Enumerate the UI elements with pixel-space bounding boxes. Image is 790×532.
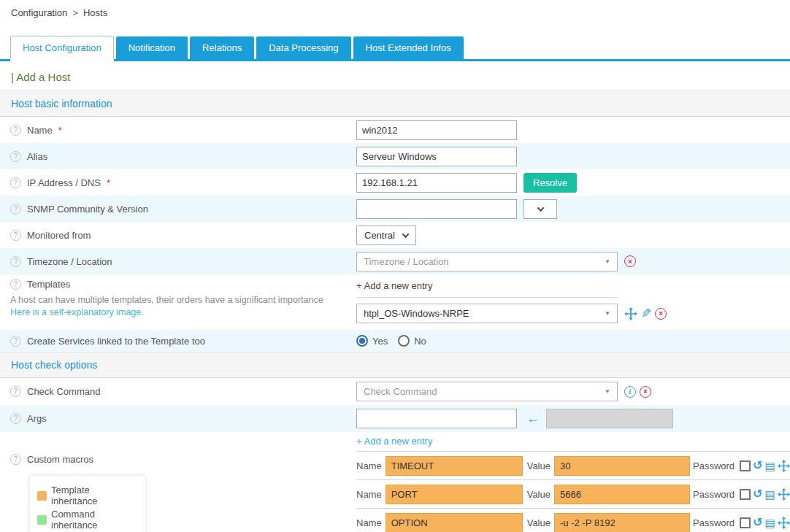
monitored-from-select[interactable]: Central	[356, 225, 416, 245]
info-icon[interactable]: i	[624, 386, 636, 398]
help-icon[interactable]: ?	[10, 256, 21, 267]
macro-value-input[interactable]	[554, 485, 690, 504]
macros-add-entry[interactable]: + Add a new entry	[356, 432, 790, 451]
macro-value-label: Value	[527, 489, 551, 500]
alias-input[interactable]	[356, 147, 517, 166]
tab-relations[interactable]: Relations	[190, 36, 254, 59]
radio-yes-label: Yes	[372, 336, 388, 347]
snmp-label: SNMP Community & Version	[27, 204, 148, 215]
legend-command-inheritance: Command inheritance	[37, 509, 138, 531]
clear-timezone-icon[interactable]: ×	[624, 255, 636, 267]
macro-row: Name Value Password ↺ ▤ ×	[356, 508, 790, 532]
row-name: ? Name *	[0, 117, 790, 143]
macro-value-input[interactable]	[554, 456, 690, 476]
password-checkbox[interactable]	[740, 489, 751, 500]
timezone-select[interactable]: Timezone / Location ▼	[356, 252, 618, 271]
breadcrumb-configuration[interactable]: Configuration	[11, 7, 67, 18]
chevron-down-icon	[537, 204, 544, 212]
tab-data-processing[interactable]: Data Processing	[256, 36, 350, 59]
row-timezone: ? Timezone / Location Timezone / Locatio…	[0, 248, 790, 274]
help-icon[interactable]: ?	[10, 413, 21, 424]
help-icon[interactable]: ?	[10, 204, 21, 215]
remove-template-icon[interactable]: ×	[655, 308, 667, 320]
macro-value-label: Value	[527, 517, 551, 528]
tab-host-extended-infos[interactable]: Host Extended Infos	[353, 36, 464, 59]
description-icon[interactable]: ▤	[764, 517, 775, 528]
macro-row: Name Value Password ↺ ▤ ×	[356, 451, 790, 479]
snmp-version-select[interactable]	[524, 199, 557, 219]
required-asterisk: *	[58, 125, 62, 136]
breadcrumb: Configuration>Hosts	[0, 0, 790, 18]
radio-yes[interactable]	[356, 335, 368, 347]
move-icon[interactable]	[778, 460, 790, 472]
description-icon[interactable]: ▤	[764, 460, 775, 471]
password-checkbox[interactable]	[740, 517, 751, 528]
row-create-services: ? Create Services linked to the Template…	[0, 330, 790, 352]
template-select[interactable]: htpl_OS-Windows-NRPE ▼	[356, 304, 618, 323]
alias-label: Alias	[27, 151, 47, 162]
help-icon[interactable]: ?	[10, 177, 21, 188]
templates-add-entry[interactable]: + Add a new entry	[356, 279, 618, 298]
password-checkbox[interactable]	[740, 460, 751, 471]
move-icon[interactable]	[778, 517, 790, 529]
templates-help-text: A host can have multiple templates, thei…	[10, 295, 356, 305]
templates-help-link[interactable]: Here is a self-explanatory image.	[10, 307, 144, 317]
ip-address-input[interactable]	[356, 173, 517, 193]
macro-name-input[interactable]	[386, 513, 523, 532]
section-host-basic-information: Host basic information	[0, 90, 790, 117]
check-command-select[interactable]: Check Command ▼	[356, 382, 618, 401]
snmp-community-input[interactable]	[356, 199, 517, 219]
dropdown-arrow-icon: ▼	[605, 388, 610, 395]
row-alias: ? Alias	[0, 143, 790, 169]
resolve-button[interactable]: Resolve	[524, 173, 577, 193]
help-icon[interactable]: ?	[10, 125, 21, 136]
macro-value-input[interactable]	[554, 513, 690, 532]
legend-template-inheritance: Template inheritance	[37, 485, 138, 506]
monitored-from-label: Monitored from	[27, 230, 91, 241]
help-icon[interactable]: ?	[10, 454, 21, 465]
dropdown-arrow-icon: ▼	[605, 258, 610, 265]
args-input[interactable]	[356, 409, 517, 428]
macro-name-input[interactable]	[386, 456, 523, 476]
radio-no[interactable]	[398, 335, 410, 347]
command-inheritance-swatch	[37, 515, 47, 525]
ip-address-label: IP Address / DNS	[27, 177, 101, 188]
row-monitored-from: ? Monitored from Central	[0, 222, 790, 248]
monitored-from-value: Central	[364, 230, 395, 241]
template-select-value: htpl_OS-Windows-NRPE	[364, 308, 469, 319]
edit-pencil-icon[interactable]: ✎	[641, 307, 651, 320]
undo-icon[interactable]: ↺	[753, 488, 762, 500]
check-command-placeholder: Check Command	[364, 386, 437, 397]
undo-icon[interactable]: ↺	[753, 517, 762, 528]
description-icon[interactable]: ▤	[764, 489, 775, 500]
clear-check-command-icon[interactable]: ×	[640, 386, 651, 398]
row-templates: ? Templates A host can have multiple tem…	[0, 274, 790, 330]
row-ip-address: ? IP Address / DNS * Resolve	[0, 169, 790, 196]
tab-notification[interactable]: Notification	[116, 36, 188, 59]
args-disabled-field	[546, 409, 673, 428]
macro-legend: Template inheritance Command inheritance	[29, 475, 146, 532]
custom-macros-block: ? Custom macros Template inheritance Com…	[0, 432, 790, 532]
required-asterisk: *	[107, 177, 110, 188]
move-icon[interactable]	[624, 307, 637, 320]
help-icon[interactable]: ?	[10, 386, 21, 397]
undo-icon[interactable]: ↺	[753, 460, 762, 471]
breadcrumb-separator: >	[72, 7, 78, 18]
template-inheritance-swatch	[37, 491, 47, 501]
name-label: Name	[27, 125, 53, 136]
create-services-label: Create Services linked to the Template t…	[27, 336, 205, 347]
help-icon[interactable]: ?	[10, 336, 21, 347]
help-icon[interactable]: ?	[10, 279, 21, 290]
macro-row: Name Value Password ↺ ▤ ×	[356, 479, 790, 508]
breadcrumb-hosts[interactable]: Hosts	[83, 7, 107, 18]
help-icon[interactable]: ?	[10, 151, 21, 162]
macro-password-label: Password	[693, 460, 735, 471]
move-icon[interactable]	[778, 488, 790, 501]
macro-name-input[interactable]	[386, 485, 523, 504]
legend-label: Command inheritance	[51, 509, 138, 531]
tab-host-configuration[interactable]: Host Configuration	[10, 36, 114, 59]
row-check-command: ? Check Command Check Command ▼ i ×	[0, 378, 790, 405]
help-icon[interactable]: ?	[10, 230, 21, 241]
macro-name-label: Name	[356, 517, 382, 528]
name-input[interactable]	[356, 120, 517, 140]
